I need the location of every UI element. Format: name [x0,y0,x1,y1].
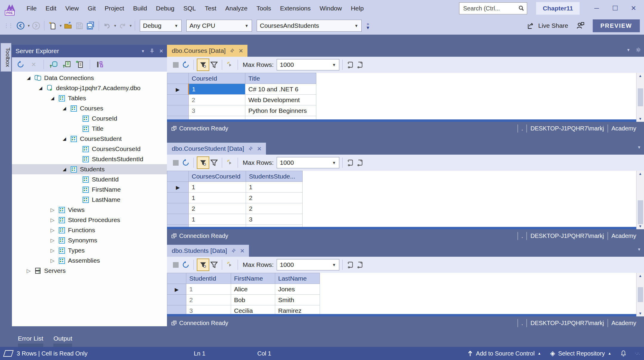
row-header[interactable] [167,214,189,225]
toolbox-tab[interactable]: Toolbox [1,43,11,72]
maximize-button[interactable]: ☐ [606,0,624,17]
script-icon[interactable] [346,159,355,166]
script-file-icon[interactable] [355,159,365,166]
tree-item-synonyms[interactable]: ▷ Synonyms [12,235,167,245]
column-header-studentid[interactable]: StudentId [186,273,231,284]
column-header-title[interactable]: Title [245,73,316,84]
back-dropdown-icon[interactable]: ▼ [27,24,30,27]
pin-icon[interactable] [150,49,154,53]
undo-dropdown-icon[interactable]: ▼ [114,24,117,27]
cell[interactable]: 2 [189,95,245,105]
toolbar-grip[interactable]: ⋮⋮ [4,24,13,27]
navigate-forward-button[interactable] [31,20,41,32]
vertical-scrollbar[interactable]: ▲ ▼ [636,73,644,122]
close-icon[interactable]: ✕ [159,48,163,54]
expander-expanded-icon[interactable]: ◢ [48,96,57,101]
script-file-icon[interactable] [355,61,365,68]
redo-button[interactable] [117,20,128,32]
cell[interactable]: 2 [186,295,231,305]
tree-item-servers[interactable]: ▷ Servers [12,266,167,276]
menu-git[interactable]: Git [83,0,100,17]
column-header-studentsstudentid[interactable]: StudentsStude... [246,171,303,182]
gear-icon[interactable] [636,47,641,53]
chevron-down-icon[interactable]: ▼ [637,247,641,252]
filter-icon[interactable] [209,159,219,166]
horizontal-scrollbar[interactable] [167,227,636,229]
cell[interactable]: 2 [246,193,303,203]
tab-dbo-coursestudent-data[interactable]: dbo.CourseStudent [Data] ✕ [167,143,266,155]
tree-item-database-connection[interactable]: ◢ desktop-j1pqhr7.Academy.dbo [12,83,167,93]
menu-sql[interactable]: SQL [179,0,200,17]
max-rows-dropdown[interactable]: 1000 ▼ [277,59,339,70]
menu-file[interactable]: File [22,0,41,17]
refresh-icon[interactable] [181,261,191,269]
solution-platform-dropdown[interactable]: Any CPU▼ [186,20,252,32]
scroll-down-icon[interactable]: ▼ [639,224,642,228]
cell[interactable]: Python for Beginners [245,105,316,116]
menu-view[interactable]: View [61,0,83,17]
expander-expanded-icon[interactable]: ◢ [36,85,45,91]
row-header[interactable] [167,105,189,116]
expander-collapsed-icon[interactable]: ▷ [48,258,57,264]
tab-output[interactable]: Output [53,334,72,347]
scroll-thumb[interactable] [638,88,643,106]
cell[interactable]: Jones [275,284,320,295]
connect-to-server-button[interactable] [62,59,72,70]
menu-extensions[interactable]: Extensions [275,0,315,17]
cell[interactable]: C# 10 and .NET 6 [245,84,316,95]
tree-item-data-connections[interactable]: ◢ Data Connections [12,73,167,83]
undo-button[interactable] [102,20,112,32]
minimize-button[interactable]: ─ [587,0,606,17]
expander-collapsed-icon[interactable]: ▷ [48,227,57,233]
cell[interactable]: Bob [231,295,275,305]
menu-help[interactable]: Help [346,0,368,17]
tree-item-courses-table[interactable]: ◢ Courses [12,103,167,113]
startup-project-dropdown[interactable]: CoursesAndStudents▼ [257,20,362,32]
cell[interactable]: 1 [189,193,246,203]
tree-item-lastname-column[interactable]: LastName [12,195,167,205]
filter-active-button[interactable] [197,259,209,271]
tree-item-firstname-column[interactable]: FirstName [12,184,167,195]
cell[interactable]: 1 [189,182,246,193]
server-explorer-header[interactable]: Server Explorer ▼ ✕ [12,45,167,57]
save-button[interactable] [74,20,84,32]
row-header-corner[interactable] [167,171,189,182]
expander-collapsed-icon[interactable]: ▷ [48,217,57,223]
menu-build[interactable]: Build [129,0,151,17]
save-all-button[interactable] [86,20,96,32]
scroll-down-icon[interactable]: ▼ [639,117,642,121]
stop-icon[interactable] [173,262,179,268]
chevron-down-icon[interactable]: ▼ [637,145,641,150]
row-header-current[interactable]: ▶ [167,284,186,295]
expander-expanded-icon[interactable]: ◢ [24,75,33,81]
script-icon[interactable] [346,61,355,68]
expander-expanded-icon[interactable]: ◢ [60,167,69,172]
cell[interactable]: 1 [186,284,231,295]
horizontal-scrollbar[interactable] [167,119,636,122]
vertical-scrollbar[interactable]: ▲ ▼ [636,273,644,316]
horizontal-scrollbar[interactable] [167,314,636,316]
max-rows-dropdown[interactable]: 1000 ▼ [277,259,339,270]
toolbar-overflow-button[interactable]: »▼ [366,22,370,30]
expander-expanded-icon[interactable]: ◢ [60,136,69,141]
stop-icon[interactable] [173,62,179,68]
line-indicator[interactable]: Ln 1 [194,350,205,357]
cell[interactable]: 3 [246,214,303,225]
cell[interactable]: Alice [231,284,275,295]
menu-test[interactable]: Test [200,0,221,17]
filter-active-button[interactable] [197,59,209,71]
connect-to-database-button[interactable] [49,59,59,70]
row-header[interactable] [167,203,189,214]
max-rows-dropdown[interactable]: 1000 ▼ [277,157,339,168]
create-new-sql-database-button[interactable] [75,59,85,70]
filter-icon[interactable] [209,61,219,68]
tree-item-title-column[interactable]: Title [12,124,167,134]
select-repository-button[interactable]: ◈ Select Repository ▲ [550,350,612,357]
menu-edit[interactable]: Edit [41,0,61,17]
run-query-icon[interactable] [225,159,235,166]
refresh-icon[interactable] [181,159,191,167]
chevron-down-icon[interactable]: ▼ [626,48,630,52]
cell[interactable]: Web Development [245,95,316,105]
close-icon[interactable]: ✕ [240,247,245,254]
expander-collapsed-icon[interactable]: ▷ [24,268,33,274]
